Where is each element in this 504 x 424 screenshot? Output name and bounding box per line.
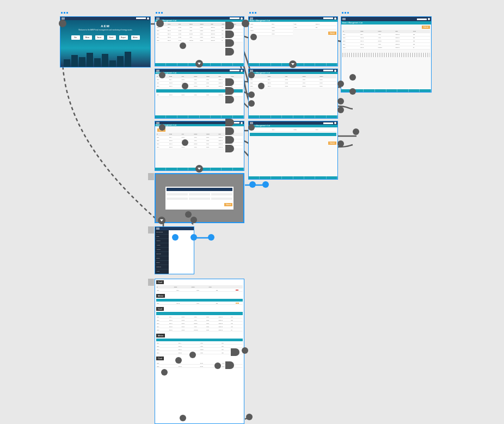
sidebar-item[interactable]: Dashboard — [155, 230, 169, 235]
delete-badge[interactable]: × — [236, 290, 238, 291]
avatar[interactable] — [241, 70, 243, 72]
frame-menu-icon[interactable] — [249, 12, 256, 14]
frame-tab[interactable] — [148, 173, 154, 180]
flow-gate[interactable] — [225, 136, 234, 144]
flow-node[interactable] — [189, 352, 196, 358]
flow-node[interactable] — [180, 42, 186, 49]
flow-gate[interactable] — [225, 145, 234, 152]
flow-node[interactable] — [337, 107, 344, 113]
table-row[interactable]: 1001Item AActive100× — [156, 288, 243, 292]
avatar[interactable] — [428, 18, 430, 20]
flow-gate[interactable] — [225, 39, 234, 47]
search-input[interactable] — [323, 17, 333, 19]
flow-node[interactable] — [349, 74, 356, 81]
flow-node[interactable] — [175, 357, 182, 364]
chevron-down-icon[interactable] — [158, 217, 165, 224]
avatar[interactable] — [147, 17, 149, 20]
frame-summary[interactable]: Home > Management > List Submit IDNameSt… — [341, 16, 432, 93]
design-canvas[interactable]: AEM Welcome to the AEM Portal management… — [0, 0, 504, 424]
avatar[interactable] — [241, 17, 243, 20]
sidebar-item[interactable]: Meters — [155, 239, 169, 243]
frame-tab[interactable] — [148, 226, 154, 233]
hero-pill[interactable]: Meter — [83, 35, 92, 40]
flow-node[interactable] — [159, 72, 165, 78]
flow-node[interactable] — [214, 362, 221, 369]
sidebar-item[interactable]: Logs — [155, 274, 169, 274]
sidebar-item[interactable]: Settings — [155, 265, 169, 269]
flow-node[interactable] — [248, 91, 255, 98]
flow-node-blue[interactable] — [262, 181, 269, 188]
search-input[interactable] — [230, 70, 239, 71]
search-input[interactable] — [323, 70, 333, 71]
flow-node[interactable] — [246, 414, 253, 420]
flow-gate[interactable] — [225, 361, 234, 369]
frame-menu-icon[interactable] — [342, 12, 349, 14]
hero-pill[interactable]: Event — [107, 35, 116, 40]
flow-node-blue[interactable] — [190, 234, 197, 241]
flow-node[interactable] — [242, 347, 248, 354]
search-input[interactable] — [417, 19, 427, 20]
hero-pill[interactable]: Site — [71, 35, 80, 40]
submit-button[interactable]: Submit — [422, 26, 430, 29]
flow-node-blue[interactable] — [249, 181, 256, 188]
submit-button[interactable]: Submit — [328, 32, 336, 35]
chevron-down-icon[interactable] — [195, 165, 203, 173]
search-input[interactable] — [230, 17, 239, 19]
flow-node[interactable] — [258, 83, 265, 89]
avatar[interactable] — [241, 122, 243, 124]
flow-gate[interactable] — [225, 22, 234, 29]
table-row[interactable]: 1005Item EPending2023-0390 — [342, 46, 430, 50]
table-row[interactable]: 1004Item DActive320 — [156, 351, 243, 354]
submit-button[interactable]: Submit — [224, 203, 232, 206]
flow-node[interactable] — [190, 217, 197, 223]
flow-gate[interactable] — [225, 48, 234, 56]
flow-gate[interactable] — [225, 87, 234, 95]
sidebar-item[interactable]: Audit — [155, 269, 169, 274]
sidebar-item[interactable]: Roles — [155, 261, 169, 265]
chevron-down-icon[interactable] — [195, 60, 203, 67]
frame-detail-2[interactable]: Home > Management > List IDNameTypeStatu… — [248, 69, 338, 119]
avatar[interactable] — [334, 70, 336, 72]
flow-node-blue[interactable] — [172, 234, 179, 241]
flow-gate[interactable] — [225, 127, 234, 135]
frame-menu-icon[interactable] — [61, 12, 68, 14]
flow-node[interactable] — [182, 139, 188, 146]
flow-node[interactable] — [353, 128, 359, 135]
sidebar-item[interactable]: Assets — [155, 243, 169, 248]
submit-button[interactable]: Submit — [328, 142, 336, 145]
sidebar-item[interactable]: Alarms — [155, 248, 169, 252]
hero-pill[interactable]: Report — [119, 35, 128, 40]
hero-pill[interactable]: Admin — [131, 35, 140, 40]
sidebar-item[interactable]: Reports — [155, 252, 169, 256]
flow-node[interactable] — [248, 100, 255, 107]
search-input[interactable] — [323, 122, 333, 124]
flow-node[interactable] — [182, 83, 188, 89]
frame-hero[interactable]: AEM Welcome to the AEM Portal management… — [60, 16, 151, 67]
flow-gate[interactable] — [225, 119, 234, 126]
frame-menu-icon[interactable] — [156, 12, 163, 14]
table-row[interactable]: 1005Item EType2PendingUser22023-0390 — [156, 328, 243, 331]
flow-node[interactable] — [248, 72, 255, 78]
flow-node[interactable] — [161, 369, 168, 376]
frame-detail-3[interactable]: Home > Management > List NameItem AStatu… — [248, 121, 338, 180]
sidebar-item[interactable]: Sites — [155, 235, 169, 239]
flow-node[interactable] — [180, 415, 186, 421]
search-input[interactable] — [136, 17, 146, 19]
flow-node[interactable] — [337, 140, 344, 147]
flow-node[interactable] — [242, 20, 249, 27]
avatar[interactable] — [334, 17, 336, 20]
flow-node[interactable] — [159, 124, 165, 131]
flow-node-blue[interactable] — [208, 234, 214, 241]
flow-node[interactable] — [248, 124, 255, 131]
flow-gate[interactable] — [225, 30, 234, 38]
flow-node[interactable] — [349, 88, 356, 95]
edit-button[interactable]: ✎ — [236, 303, 239, 304]
frame-tab[interactable] — [148, 279, 154, 286]
flow-node[interactable] — [337, 81, 344, 87]
avatar[interactable] — [334, 122, 336, 124]
flow-gate[interactable] — [225, 78, 234, 86]
flow-node[interactable] — [185, 211, 192, 218]
flow-gate[interactable] — [231, 348, 239, 356]
frame-modal[interactable]: Submit — [155, 173, 244, 223]
hero-pill[interactable]: Asset — [95, 35, 104, 40]
